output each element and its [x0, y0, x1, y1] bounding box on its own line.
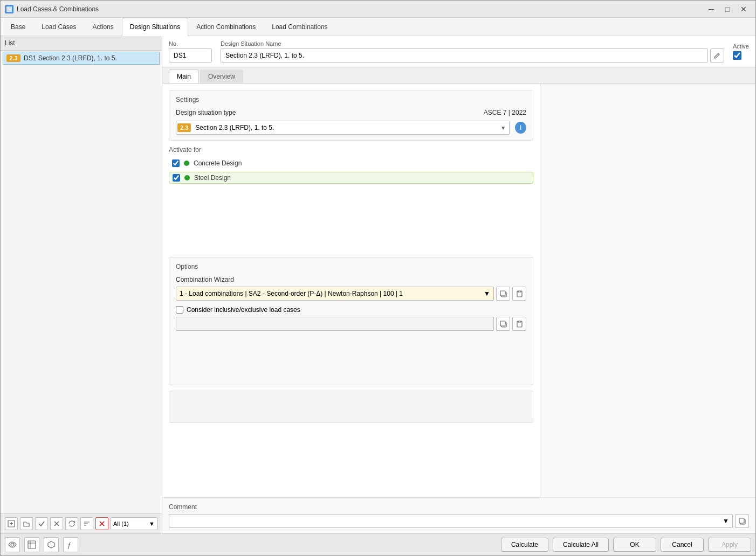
type-selector-row: 2.3 Section 2.3 (LRFD), 1. to 5. ▼ i	[176, 121, 526, 135]
steel-label: Steel Design	[194, 174, 231, 182]
comment-section: Comment ▼	[162, 497, 755, 533]
name-field-group: Design Situation Name	[221, 40, 724, 62]
dropdown-arrow-icon: ▼	[149, 520, 155, 527]
wizard-paste-button[interactable]	[512, 287, 526, 301]
delete-btn[interactable]	[95, 517, 108, 530]
filter-dropdown[interactable]: All (1) ▼	[111, 517, 157, 530]
no-field-group: No.	[169, 40, 212, 62]
left-panel: List 2.3 DS1 Section 2.3 (LRFD), 1. to 5…	[1, 36, 162, 533]
ok-button[interactable]: OK	[613, 538, 656, 552]
inclusive-checkbox[interactable]	[176, 306, 183, 314]
svg-rect-9	[739, 518, 744, 523]
inclusive-input[interactable]	[176, 317, 494, 331]
comment-copy-button[interactable]	[735, 514, 749, 528]
concrete-design-row: Concrete Design	[169, 158, 533, 169]
inclusive-label: Consider inclusive/exclusive load cases	[187, 306, 300, 314]
title-bar-text: Load Cases & Combinations	[17, 5, 704, 13]
view-btn[interactable]	[5, 537, 20, 552]
tab-design-situations[interactable]: Design Situations	[122, 18, 188, 36]
list-item[interactable]: 2.3 DS1 Section 2.3 (LRFD), 1. to 5.	[3, 52, 160, 65]
left-panel-toolbar: All (1) ▼	[1, 513, 162, 533]
main-content: List 2.3 DS1 Section 2.3 (LRFD), 1. to 5…	[1, 36, 755, 533]
steel-design-row: Steel Design	[169, 172, 533, 184]
comment-label: Comment	[169, 503, 749, 511]
bottom-toolbar: ƒ Calculate Calculate All OK Cancel Appl…	[1, 533, 755, 555]
concrete-checkbox[interactable]	[172, 159, 180, 167]
menu-bar: Base Load Cases Actions Design Situation…	[1, 18, 755, 36]
svg-rect-6	[500, 321, 505, 326]
minimize-button[interactable]: ─	[704, 3, 719, 15]
svg-rect-3	[500, 291, 505, 296]
calculate-all-button[interactable]: Calculate All	[553, 538, 609, 552]
tab-actions[interactable]: Actions	[84, 18, 121, 36]
right-sidebar	[540, 84, 755, 497]
inclusive-paste-button[interactable]	[512, 317, 526, 331]
wizard-dropdown[interactable]: 1 - Load combinations | SA2 - Second-ord…	[176, 287, 494, 301]
wizard-value: 1 - Load combinations | SA2 - Second-ord…	[180, 290, 403, 297]
type-text: Section 2.3 (LRFD), 1. to 5.	[192, 124, 497, 131]
tab-load-cases[interactable]: Load Cases	[33, 18, 84, 36]
wizard-copy-button[interactable]	[496, 287, 510, 301]
content-columns: Settings Design situation type ASCE 7 | …	[162, 84, 755, 497]
apply-button[interactable]: Apply	[708, 538, 751, 552]
comment-dropdown[interactable]: ▼	[169, 514, 733, 528]
lower-empty-area	[169, 391, 533, 423]
list-item-text: DS1 Section 2.3 (LRFD), 1. to 5.	[24, 54, 117, 62]
svg-rect-0	[6, 6, 12, 12]
wizard-arrow-icon: ▼	[484, 290, 490, 297]
no-label: No.	[169, 40, 212, 47]
activate-section: Activate for Concrete Design Steel Desig…	[169, 146, 533, 184]
type-badge: 2.3	[177, 123, 191, 132]
right-panel: No. Design Situation Name Active	[162, 36, 755, 533]
design-type-label: Design situation type	[176, 109, 484, 116]
wizard-row: 1 - Load combinations | SA2 - Second-ord…	[176, 287, 526, 301]
name-input[interactable]	[221, 48, 708, 62]
tab-main[interactable]: Main	[169, 70, 199, 83]
app-icon	[5, 5, 13, 13]
type-dropdown-arrow-icon: ▼	[497, 125, 509, 131]
wizard-label: Combination Wizard	[176, 276, 526, 283]
form-header: No. Design Situation Name Active	[162, 36, 755, 67]
model-btn[interactable]	[44, 537, 59, 552]
list-header: List	[1, 36, 162, 51]
refresh-btn[interactable]	[65, 517, 78, 530]
tab-action-combinations[interactable]: Action Combinations	[188, 18, 264, 36]
options-section: Options Combination Wizard 1 - Load comb…	[169, 257, 533, 385]
new-btn[interactable]	[5, 517, 18, 530]
calculate-button[interactable]: Calculate	[501, 538, 548, 552]
name-input-group	[221, 48, 724, 62]
concrete-dot-icon	[184, 161, 189, 166]
active-checkbox[interactable]	[733, 51, 741, 60]
open-btn[interactable]	[20, 517, 33, 530]
sort-btn[interactable]	[80, 517, 93, 530]
settings-title: Settings	[176, 96, 526, 103]
design-type-dropdown[interactable]: 2.3 Section 2.3 (LRFD), 1. to 5. ▼	[176, 121, 510, 135]
comment-arrow-icon: ▼	[723, 517, 729, 525]
steel-checkbox[interactable]	[173, 174, 180, 182]
uncheck-btn[interactable]	[50, 517, 63, 530]
no-input[interactable]	[169, 48, 212, 62]
name-edit-button[interactable]	[710, 48, 724, 62]
svg-point-10	[11, 543, 14, 546]
check-btn[interactable]	[35, 517, 48, 530]
cancel-button[interactable]: Cancel	[661, 538, 704, 552]
svg-text:ƒ: ƒ	[67, 541, 71, 549]
tab-base[interactable]: Base	[3, 18, 33, 36]
maximize-button[interactable]: □	[720, 3, 735, 15]
comment-row: ▼	[169, 514, 749, 528]
inclusive-copy-button[interactable]	[496, 317, 510, 331]
title-bar: Load Cases & Combinations ─ □ ✕	[1, 1, 755, 18]
inclusive-row: Consider inclusive/exclusive load cases	[176, 306, 526, 314]
design-type-row: Design situation type ASCE 7 | 2022	[176, 109, 526, 116]
func-btn[interactable]: ƒ	[63, 537, 78, 552]
tab-load-combinations[interactable]: Load Combinations	[264, 18, 335, 36]
table-btn[interactable]	[24, 537, 39, 552]
inclusive-input-row	[176, 317, 526, 331]
main-window: Load Cases & Combinations ─ □ ✕ Base Loa…	[0, 0, 756, 556]
activate-title: Activate for	[169, 146, 533, 154]
close-button[interactable]: ✕	[736, 3, 751, 15]
info-button[interactable]: i	[515, 122, 526, 134]
tab-overview[interactable]: Overview	[200, 70, 243, 83]
standard-value: ASCE 7 | 2022	[484, 109, 526, 116]
options-title: Options	[176, 263, 526, 270]
